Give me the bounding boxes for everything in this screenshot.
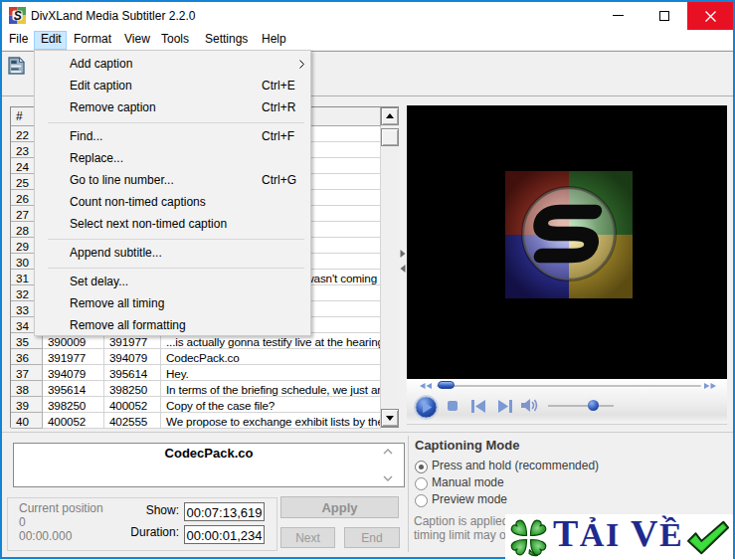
svg-text:S: S [14, 9, 22, 23]
